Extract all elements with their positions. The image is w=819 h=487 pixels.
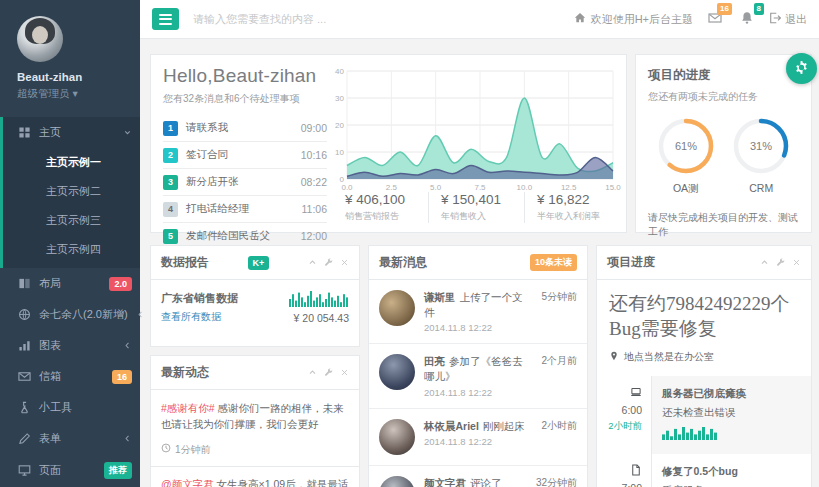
message-action: 刚刚起床 [483,420,525,432]
close-icon[interactable] [792,258,801,267]
sidebar-item-row[interactable]: 布局2.0 [3,268,140,299]
message-list-item[interactable]: 田亮参加了《爸爸去哪儿》2014.11.8 12:222个月前 [369,344,587,408]
sidebar-item-mailbox[interactable]: 信箱16 [0,361,140,392]
sidebar-subitem[interactable]: 主页示例三 [3,206,140,235]
view-all-data-link[interactable]: 查看所有数据 [161,310,221,324]
wrench-icon[interactable] [324,368,333,377]
welcome-text: 欢迎使用H+后台主题 [591,12,693,27]
chevron-left-icon [123,341,132,350]
sidebar-subitem[interactable]: 主页示例一 [3,148,140,177]
sidebar-item-layout[interactable]: 布局2.0 [0,268,140,299]
message-sender[interactable]: 林依晨Ariel [424,420,479,432]
sidebar-subitem[interactable]: 主页示例四 [3,235,140,264]
theme-settings-button[interactable] [786,53,817,84]
message-sender[interactable]: 田亮 [424,355,445,367]
unread-count-badge: 10条未读 [530,254,577,271]
project-progress-panel: 项目的进度 您还有两项未完成的任务 61%OA测31%CRM 请尽快完成相关项目… [635,54,812,233]
chevron-left-icon [123,434,132,443]
sidebar-subitem[interactable]: 主页示例二 [3,177,140,206]
message-date: 2014.11.8 12:22 [424,387,532,398]
sidebar-item-row[interactable]: 小工具 [3,392,140,423]
bar-chart-icon [18,339,31,352]
collapse-icon[interactable] [760,258,769,267]
sidebar-item-row[interactable]: 页面推荐 [3,454,140,487]
gauge-label: CRM [732,182,790,194]
menu-toggle-button[interactable] [152,8,179,30]
timeline-title: 服务器已彻底瘫痪 [662,387,801,401]
gear-icon [794,60,809,77]
task-row[interactable]: 4打电话给经理11:06 [163,196,327,223]
collapse-icon[interactable] [308,368,317,377]
message-list-item[interactable]: 颜文字君评论了2014.11.8 12:22【九部令人拍案叫绝的惊悚悬疑剧情佳作… [369,466,587,487]
sidebar-item-row[interactable]: 主页 [3,117,140,148]
feed-post: @颜文字君 女生身高×1.09后，就是最适合你的男生身高；相反，男生是÷1.09… [161,476,349,487]
avatar [379,419,415,455]
panel-title: 最新消息 [379,254,427,271]
sidebar: Beaut-zihan 超级管理员 ▾ 主页主页示例一主页示例二主页示例三主页示… [0,0,140,487]
feed-post-tag[interactable]: #感谢有你# [161,402,215,414]
timeline-meta: 6:002小时前 [597,376,651,454]
timeline-content: 服务器已彻底瘫痪还未检查出错误 [651,376,811,454]
notifications-button[interactable]: 8 [737,11,757,27]
sidebar-item-misc-new[interactable]: 余七余八(2.0新增) [0,299,140,330]
sidebar-item-widgets[interactable]: 小工具 [0,392,140,423]
sidebar-item-forms[interactable]: 表单 [0,423,140,454]
timeline-time: 7:00 [597,482,642,487]
mail-button[interactable]: 16 [705,11,725,27]
task-label: 请联系我 [186,121,228,135]
greeting-title: Hello,Beaut-zihan [163,65,327,87]
sidebar-item-row[interactable]: 表单 [3,423,140,454]
home-icon [574,12,586,26]
profile-role: 超级管理员 [17,87,70,99]
envelope-icon [18,370,31,383]
laptop-icon [630,386,642,398]
task-label: 发邮件给国民岳父 [186,229,270,243]
task-time: 12:00 [301,230,327,242]
task-number-badge: 3 [163,175,178,190]
task-row[interactable]: 2签订合同10:16 [163,142,327,169]
message-list-item[interactable]: 谦斯里上传了一个文件2014.11.8 12:225分钟前 [369,280,587,344]
feed-post-tag[interactable]: @颜文字君 [161,478,214,487]
sidebar-nav: 主页主页示例一主页示例二主页示例三主页示例四布局2.0余七余八(2.0新增)图表… [0,117,140,487]
task-row[interactable]: 1请联系我09:00 [163,115,327,142]
message-date: 2014.11.8 12:22 [424,322,532,333]
search-input[interactable] [191,12,435,26]
close-icon[interactable] [340,368,349,377]
sidebar-item-row[interactable]: 图表 [3,330,140,361]
task-time: 11:06 [302,203,328,215]
logout-button[interactable]: 退出 [769,12,807,27]
avatar [379,290,415,326]
sidebar-item-label: 小工具 [39,400,72,415]
globe-icon [18,308,31,321]
clock-icon [161,442,171,458]
svg-text:5.0: 5.0 [430,183,442,192]
sidebar-item-label: 表单 [39,431,61,446]
avatar[interactable] [17,16,63,62]
sidebar-item-row[interactable]: 信箱16 [3,361,140,392]
sidebar-item-charts[interactable]: 图表 [0,330,140,361]
message-line: 颜文字君评论了 [424,476,527,487]
message-line: 林依晨Ariel刚刚起床 [424,419,532,434]
svg-text:61%: 61% [675,140,697,152]
svg-text:15.0: 15.0 [605,183,621,192]
sidebar-item-label: 布局 [39,276,61,291]
wrench-icon[interactable] [324,258,333,267]
message-sender[interactable]: 颜文字君 [424,477,466,487]
svg-text:30: 30 [335,94,344,103]
sidebar-profile: Beaut-zihan 超级管理员 ▾ [0,0,140,109]
timeline-sparkline [662,427,801,442]
sidebar-item-row[interactable]: 余七余八(2.0新增) [3,299,140,330]
latest-messages-panel: 最新消息 10条未读 谦斯里上传了一个文件2014.11.8 12:225分钟前… [368,245,588,487]
sidebar-item-home[interactable]: 主页主页示例一主页示例二主页示例三主页示例四 [0,117,140,268]
task-row[interactable]: 3新分店开张08:22 [163,169,327,196]
task-list: 1请联系我09:002签订合同10:163新分店开张08:224打电话给经理11… [163,115,327,249]
close-icon[interactable] [340,258,349,267]
collapse-icon[interactable] [308,258,317,267]
sidebar-item-pages[interactable]: 页面推荐 [0,454,140,487]
message-list-item[interactable]: 林依晨Ariel刚刚起床2014.11.8 12:222小时前 [369,409,587,466]
svg-text:31%: 31% [750,140,772,152]
wrench-icon[interactable] [776,258,785,267]
svg-text:7.5: 7.5 [474,183,486,192]
message-sender[interactable]: 谦斯里 [424,291,456,303]
profile-role-dropdown[interactable]: 超级管理员 ▾ [17,87,140,101]
